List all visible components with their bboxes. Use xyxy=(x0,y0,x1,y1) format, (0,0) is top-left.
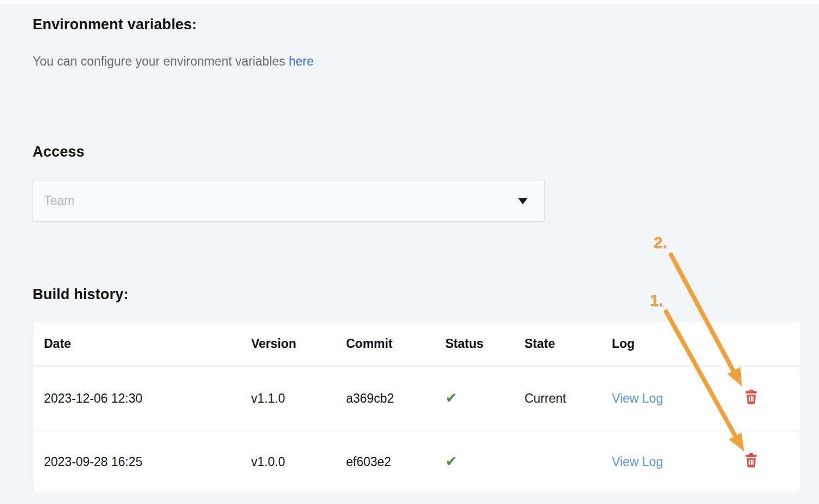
cell-version: v1.1.0 xyxy=(251,391,346,406)
delete-build-button[interactable] xyxy=(745,453,759,468)
table-header-row: Date Version Commit Status State Log xyxy=(33,321,801,366)
dropdown-placeholder: Team xyxy=(44,193,518,208)
header-state: State xyxy=(524,337,612,351)
header-commit: Commit xyxy=(346,337,445,351)
header-date: Date xyxy=(44,337,251,351)
table-row: 2023-09-28 16:25 v1.0.0 ef603e2 ✔ View L… xyxy=(33,430,801,493)
view-log-link[interactable]: View Log xyxy=(612,391,663,405)
cell-date: 2023-09-28 16:25 xyxy=(44,455,251,469)
trash-icon xyxy=(745,390,759,404)
status-check-icon: ✔ xyxy=(445,453,457,469)
description-text: You can configure your environment varia… xyxy=(33,54,285,68)
team-access-dropdown[interactable]: Team xyxy=(33,180,545,222)
status-check-icon: ✔ xyxy=(445,390,457,406)
environment-variables-heading: Environment variables: xyxy=(33,16,197,33)
cell-commit: ef603e2 xyxy=(346,455,445,469)
access-heading: Access xyxy=(33,144,85,160)
view-log-link[interactable]: View Log xyxy=(612,455,663,469)
cell-commit: a369cb2 xyxy=(346,391,445,406)
delete-build-button[interactable] xyxy=(745,389,759,404)
cell-date: 2023-12-06 12:30 xyxy=(44,391,251,406)
header-log: Log xyxy=(612,337,733,351)
header-version: Version xyxy=(251,337,346,351)
top-window-strip xyxy=(0,0,819,4)
trash-icon xyxy=(745,453,759,468)
annotation-label-2: 2. xyxy=(654,233,667,251)
annotation-label-1: 1. xyxy=(650,291,663,309)
header-status: Status xyxy=(445,337,524,351)
cell-state: Current xyxy=(524,391,612,406)
table-row: 2023-12-06 12:30 v1.1.0 a369cb2 ✔ Curren… xyxy=(33,366,801,430)
environment-variables-description: You can configure your environment varia… xyxy=(33,54,313,69)
build-history-heading: Build history: xyxy=(33,286,129,303)
chevron-down-icon xyxy=(518,198,528,204)
build-history-table: Date Version Commit Status State Log 202… xyxy=(33,321,801,493)
configure-here-link[interactable]: here xyxy=(289,54,313,68)
cell-version: v1.0.0 xyxy=(251,455,346,469)
